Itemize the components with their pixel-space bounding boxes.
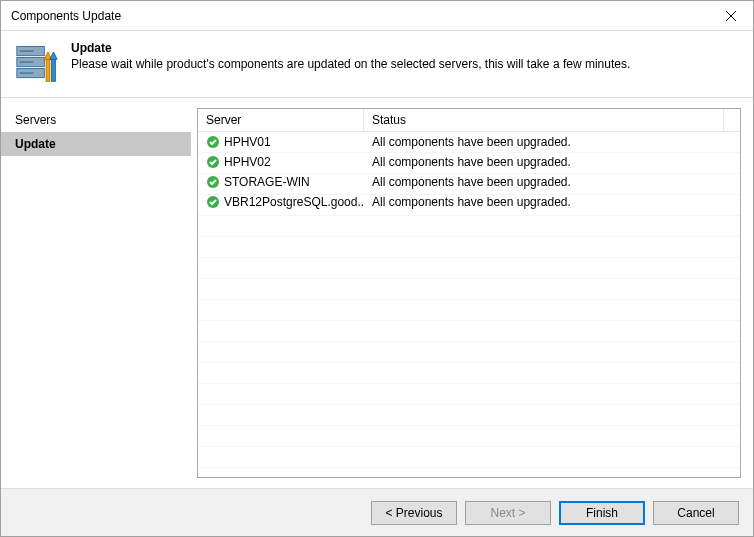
column-header-spacer [724, 109, 740, 131]
column-header-status[interactable]: Status [364, 109, 724, 131]
step-update[interactable]: Update [1, 132, 191, 156]
cell-server: HPHV01 [198, 135, 364, 149]
success-icon [206, 155, 220, 169]
cell-status: All components have been upgraded. [364, 175, 740, 189]
wizard-footer: < Previous Next > Finish Cancel [1, 488, 753, 536]
server-name: HPHV02 [224, 155, 271, 169]
wizard-steps: Servers Update [1, 98, 191, 488]
table-row[interactable]: HPHV01 All components have been upgraded… [198, 132, 740, 152]
cell-status: All components have been upgraded. [364, 155, 740, 169]
cell-server: HPHV02 [198, 155, 364, 169]
cancel-button[interactable]: Cancel [653, 501, 739, 525]
close-button[interactable] [708, 1, 753, 30]
svg-marker-11 [50, 52, 57, 59]
dialog-window: Components Update Update Please wait whi… [0, 0, 754, 537]
table-row[interactable]: VBR12PostgreSQL.good... All components h… [198, 192, 740, 212]
next-button: Next > [465, 501, 551, 525]
main-panel: Server Status HPHV01 All componen [191, 98, 753, 488]
grid-rows: HPHV01 All components have been upgraded… [198, 132, 740, 477]
wizard-header: Update Please wait while product's compo… [1, 31, 753, 98]
column-header-server[interactable]: Server [198, 109, 364, 131]
table-row[interactable]: STORAGE-WIN All components have been upg… [198, 172, 740, 192]
close-icon [726, 11, 736, 21]
table-row[interactable]: HPHV02 All components have been upgraded… [198, 152, 740, 172]
server-name: VBR12PostgreSQL.good... [224, 195, 364, 209]
svg-rect-8 [46, 58, 50, 82]
title-bar: Components Update [1, 1, 753, 31]
grid-header: Server Status [198, 109, 740, 132]
cell-server: VBR12PostgreSQL.good... [198, 195, 364, 209]
server-name: STORAGE-WIN [224, 175, 310, 189]
header-title: Update [71, 41, 630, 55]
svg-rect-10 [52, 58, 56, 82]
success-icon [206, 175, 220, 189]
finish-button[interactable]: Finish [559, 501, 645, 525]
success-icon [206, 195, 220, 209]
server-status-grid: Server Status HPHV01 All componen [197, 108, 741, 478]
cell-status: All components have been upgraded. [364, 195, 740, 209]
server-name: HPHV01 [224, 135, 271, 149]
cell-server: STORAGE-WIN [198, 175, 364, 189]
cell-status: All components have been upgraded. [364, 135, 740, 149]
previous-button[interactable]: < Previous [371, 501, 457, 525]
success-icon [206, 135, 220, 149]
step-servers[interactable]: Servers [1, 108, 191, 132]
window-title: Components Update [11, 9, 121, 23]
header-subtitle: Please wait while product's components a… [71, 57, 630, 71]
header-texts: Update Please wait while product's compo… [71, 41, 630, 71]
wizard-body: Servers Update Server Status [1, 98, 753, 488]
update-server-icon [15, 41, 59, 85]
